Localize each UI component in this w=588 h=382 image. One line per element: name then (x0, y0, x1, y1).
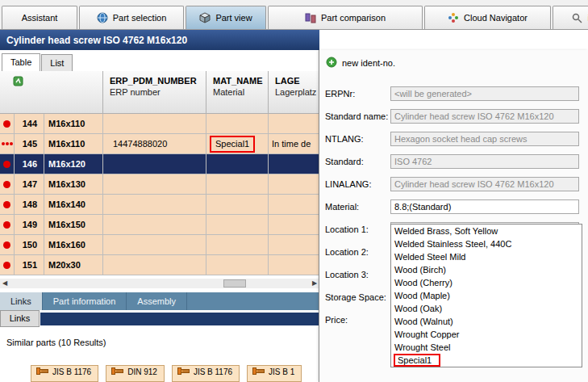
dropdown-option[interactable]: Wood (Maple) (391, 289, 582, 302)
row-number-cell[interactable]: 150 (15, 235, 44, 255)
table-row[interactable]: 146M16x120 (0, 154, 319, 174)
material-cell[interactable] (206, 195, 269, 215)
row-number-cell[interactable]: 148 (15, 195, 44, 215)
tab-assistant[interactable]: Assistant (2, 6, 77, 29)
bottom-tabbar: LinksPart informationAssembly (0, 292, 319, 310)
row-number-cell[interactable]: 145 (15, 134, 44, 154)
table-row[interactable]: 149M16x150 (0, 215, 319, 235)
row-number-cell[interactable]: 149 (15, 215, 44, 235)
part-name-cell[interactable]: M16x160 (44, 235, 103, 255)
part-name-cell[interactable]: M16x130 (44, 174, 103, 195)
bottom-tab-part-information[interactable]: Part information (43, 292, 127, 310)
row-number-cell[interactable]: 146 (15, 154, 44, 174)
dropdown-option[interactable]: Welded Brass, Soft Yellow (391, 225, 582, 237)
erp-number-cell[interactable]: 14474888020 (103, 134, 206, 154)
dropdown-option[interactable]: Wood (Oak) (391, 302, 582, 315)
dropdown-option[interactable]: Welded Steel Mild (391, 250, 582, 263)
dropdown-option[interactable]: Wood (Walnut) (391, 315, 582, 328)
tab-part-view[interactable]: Part view (186, 6, 266, 29)
similar-part-card[interactable]: JIS B 1176 (31, 365, 98, 382)
erp-number-cell[interactable] (103, 195, 206, 215)
marker-dot (3, 161, 10, 168)
dialog-field-value[interactable]: Hexagon socket head cap screws (390, 132, 579, 146)
location-cell[interactable] (269, 255, 319, 275)
erp-number-cell[interactable] (103, 154, 206, 174)
part-name-cell[interactable]: M16x120 (44, 154, 103, 174)
tab-iso-search[interactable]: iso (553, 6, 588, 29)
table-row[interactable]: 150M16x160 (0, 235, 319, 255)
links-section-bar (40, 313, 319, 325)
dropdown-option[interactable]: Wrought Copper (391, 328, 582, 341)
tab-links[interactable]: Links (0, 310, 40, 327)
page-title: Cylinder head screw ISO 4762 M16x120 (6, 35, 187, 46)
dialog-field-value[interactable]: Cylinder head screw ISO 4762 M16x120 (390, 109, 579, 124)
location-cell[interactable] (269, 114, 319, 134)
dialog-field-value[interactable]: 8.8;(Standard) (390, 199, 579, 214)
screw-icon (177, 366, 190, 378)
dropdown-option[interactable]: Wrought Steel (391, 341, 582, 354)
dropdown-option[interactable]: Welded Stainless Steel, 440C (391, 237, 582, 250)
part-name-cell[interactable]: M16x110 (44, 114, 103, 134)
horizontal-scrollbar[interactable]: ◀ ▶ (0, 279, 319, 288)
dialog-field-label: ERPNr: (325, 89, 390, 99)
location-cell[interactable] (269, 195, 319, 215)
location-cell[interactable] (269, 215, 319, 235)
tab-part-selection[interactable]: Part selection (79, 6, 184, 29)
material-cell[interactable] (206, 215, 269, 235)
part-name-cell[interactable]: M20x30 (44, 255, 103, 275)
part-name-cell[interactable]: M16x140 (44, 195, 103, 215)
dialog-field-value[interactable]: <will be generated> (390, 86, 579, 101)
location-cell[interactable] (269, 235, 319, 255)
row-number-cell[interactable]: 147 (15, 174, 44, 195)
similar-parts-row: JIS B 1176DIN 912JIS B 1176JIS B 1 (31, 365, 319, 382)
material-cell[interactable] (206, 114, 269, 134)
dialog-field-value[interactable]: ISO 4762 (390, 154, 579, 169)
scroll-left-arrow[interactable]: ◀ (0, 279, 10, 288)
tab-part-comparison[interactable]: Part comparison (268, 6, 423, 29)
part-name-cell[interactable]: M16x110 (44, 134, 103, 154)
erp-number-cell[interactable] (103, 255, 206, 275)
row-number-cell[interactable]: 151 (15, 255, 44, 275)
column-header-material[interactable]: MAT_NAME Material (206, 71, 269, 114)
location-cell[interactable]: In time de (269, 134, 319, 154)
erp-number-cell[interactable] (103, 114, 206, 134)
part-title-bar: Cylinder head screw ISO 4762 M16x120 (0, 30, 319, 50)
column-header-location[interactable]: LAGE Lagerplatz (269, 71, 319, 114)
marker-dot (10, 142, 13, 145)
similar-part-card[interactable]: JIS B 1176 (172, 365, 240, 382)
table-header-corner[interactable] (0, 71, 103, 114)
dialog-field-value[interactable]: Cylinder head screw ISO 4762 M16x120 (390, 177, 579, 191)
bottom-tab-links[interactable]: Links (0, 292, 43, 310)
scrollbar-thumb[interactable] (223, 279, 246, 288)
similar-part-card[interactable]: DIN 912 (106, 365, 165, 382)
dropdown-option[interactable]: Wood (Birch) (391, 263, 582, 276)
material-cell[interactable] (206, 154, 269, 174)
material-cell[interactable] (206, 174, 269, 195)
erp-number-cell[interactable] (103, 235, 206, 255)
tab-table[interactable]: Table (2, 53, 40, 72)
dropdown-option[interactable]: Special1 (391, 354, 582, 367)
location-cell[interactable] (269, 174, 319, 195)
dropdown-option[interactable]: Wood (Cherry) (391, 276, 582, 289)
row-number-cell[interactable]: 144 (15, 114, 44, 134)
marker-dot (2, 142, 5, 145)
tab-list[interactable]: List (41, 54, 73, 72)
erp-number-cell[interactable] (103, 174, 206, 195)
location-cell[interactable] (269, 154, 319, 174)
similar-part-card[interactable]: JIS B 1 (247, 365, 302, 382)
bottom-tab-assembly[interactable]: Assembly (127, 292, 187, 310)
tab-cloud-navigator[interactable]: Cloud Navigator (424, 6, 551, 29)
column-header-erp[interactable]: ERP_PDM_NUMBER ERP number (103, 71, 206, 114)
table-row[interactable]: 148M16x140 (0, 195, 319, 215)
marker-dot (3, 241, 10, 249)
part-name-cell[interactable]: M16x150 (44, 215, 103, 235)
erp-number-cell[interactable] (103, 215, 206, 235)
material-cell[interactable] (206, 235, 269, 255)
column-sub: Material (213, 87, 268, 97)
material-cell[interactable]: Special1 (206, 134, 269, 154)
table-row[interactable]: 147M16x130 (0, 174, 319, 195)
table-row[interactable]: 145M16x11014474888020Special1In time de (0, 134, 319, 154)
table-row[interactable]: 151M20x30 (0, 255, 319, 275)
material-cell[interactable] (206, 255, 269, 275)
table-row[interactable]: 144M16x110 (0, 114, 319, 134)
